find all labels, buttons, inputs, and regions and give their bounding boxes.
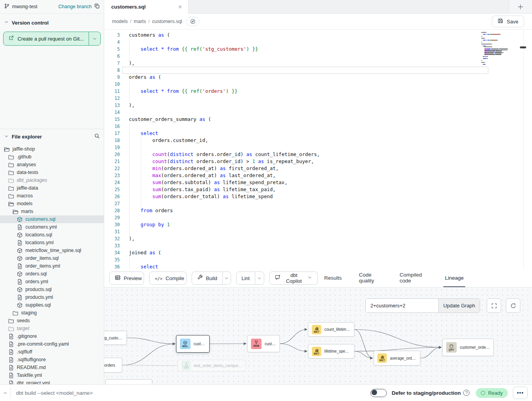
tree-item-products.yml[interactable]: products.yml	[0, 293, 104, 301]
code-line-11[interactable]: 11 select * from {{ ref('orders') }}	[104, 88, 489, 95]
search-icon[interactable]	[94, 133, 100, 140]
tree-item-.gitignore[interactable]: .gitignore	[0, 332, 104, 340]
build-dropdown[interactable]	[222, 272, 231, 284]
lineage-panel[interactable]: MDLstg_customersMDLordersMDLcustomersTST…	[104, 287, 532, 384]
code-line-27[interactable]: 27	[104, 200, 489, 207]
scrollbar-thumb[interactable]	[520, 46, 526, 48]
version-control-header[interactable]: Version control	[0, 14, 104, 29]
tree-item-jaffle-data[interactable]: jaffle-data	[0, 184, 104, 192]
save-button[interactable]: Save	[492, 16, 524, 27]
code-line-15[interactable]: 15customer_orders_summary as (	[104, 116, 489, 123]
create-pr-dropdown[interactable]	[89, 32, 100, 45]
tree-item-seeds[interactable]: seeds	[0, 317, 104, 325]
tree-item-metricflow_time_spine.sql[interactable]: metricflow_time_spine.sql	[0, 247, 104, 254]
tree-item-data-tests[interactable]: data-tests	[0, 169, 104, 176]
code-line-25[interactable]: 25 sum(orders.tax_paid) as lifetime_tax_…	[104, 186, 489, 193]
code-line-28[interactable]: 28 from orders	[104, 207, 489, 214]
fullscreen-icon[interactable]	[487, 298, 501, 313]
breadcrumb-models[interactable]: models	[112, 19, 128, 24]
lineage-node-customer_order_metrics[interactable]: QRYcustomer_order_metrics	[442, 339, 494, 356]
code-line-4[interactable]: 4	[104, 39, 489, 46]
tree-item-customers.sql[interactable]: customers.sql	[0, 215, 104, 223]
expand-command-icon[interactable]	[0, 390, 10, 396]
defer-toggle[interactable]	[370, 389, 387, 397]
code-line-26[interactable]: 26 sum(orders.order_total) as lifetime_s…	[104, 193, 489, 200]
create-pr-button[interactable]: Create a pull request on Git...	[3, 32, 101, 46]
code-line-24[interactable]: 24 sum(orders.subtotal) as lifetime_spen…	[104, 179, 489, 186]
tree-item-locations.sql[interactable]: locations.sql	[0, 231, 104, 239]
tree-item-.sqlfluffignore[interactable]: .sqlfluffignore	[0, 356, 104, 364]
new-tab-button[interactable]	[509, 0, 532, 13]
code-line-16[interactable]: 16	[104, 123, 489, 130]
breadcrumb-customers.sql[interactable]: customers.sql	[152, 19, 182, 24]
lint-button[interactable]: Lint	[236, 271, 265, 285]
chevron-down-icon[interactable]	[4, 133, 9, 140]
compass-icon[interactable]	[186, 17, 199, 26]
code-line-31[interactable]: 31	[104, 228, 489, 235]
breadcrumb-marts[interactable]: marts	[134, 19, 146, 24]
code-editor[interactable]: 23customers as (45 select * from {{ ref(…	[104, 30, 532, 269]
copy-icon[interactable]	[94, 3, 100, 11]
code-line-21[interactable]: 21 count(distinct orders.order_id) > 1 a…	[104, 158, 489, 165]
code-line-17[interactable]: 17 select	[104, 130, 489, 137]
code-line-33[interactable]: 33	[104, 242, 489, 249]
panel-tab-lineage[interactable]: Lineage	[443, 269, 465, 287]
code-line-3[interactable]: 3customers as (	[104, 32, 489, 39]
lineage-node-lifetime_spend_pretax[interactable]: METlifetime_spend_pretax	[308, 344, 354, 358]
editor-scrollbar[interactable]	[523, 30, 527, 269]
tree-item-dbt_project.yml[interactable]: dbt_project.yml	[0, 379, 104, 384]
code-line-7[interactable]: 7),	[104, 60, 489, 67]
code-line-29[interactable]: 29	[104, 214, 489, 221]
code-line-5[interactable]: 5 select * from {{ ref('stg_customers') …	[104, 46, 489, 53]
update-graph-button[interactable]: Update Graph	[438, 299, 480, 312]
tree-item-order_items.yml[interactable]: order_items.yml	[0, 262, 104, 270]
compile-button[interactable]: </>Compile	[149, 271, 186, 285]
code-line-36[interactable]: 36 select	[104, 263, 489, 269]
tree-item-jaffle-shop[interactable]: jaffle-shop	[0, 145, 104, 153]
panel-tab-results[interactable]: Results	[323, 269, 343, 287]
code-line-32[interactable]: 32),	[104, 235, 489, 242]
tree-item-Taskfile.yml[interactable]: Taskfile.yml	[0, 371, 104, 379]
lineage-node-partial_node[interactable]	[105, 379, 152, 384]
code-line-22[interactable]: 22 min(orders.ordered_at) as first_order…	[104, 165, 489, 172]
lineage-node-test_order_items[interactable]: TSTtest_order_items_compute_to_bools...	[178, 360, 246, 371]
lineage-node-stg_customers[interactable]: MDLstg_customers	[104, 331, 127, 345]
lineage-node-count_lifetime_orders[interactable]: METcount_lifetime_orders	[308, 322, 354, 337]
command-input[interactable]	[11, 390, 370, 396]
panel-tab-code-quality[interactable]: Code quality	[358, 269, 384, 287]
tree-item-README.md[interactable]: README.md	[0, 364, 104, 371]
lineage-node-customers_sem[interactable]: SEMcustomers	[247, 335, 280, 352]
tree-item-.github[interactable]: .github	[0, 153, 104, 161]
build-button[interactable]: Build	[192, 271, 231, 285]
tree-item-models[interactable]: models	[0, 200, 104, 208]
code-line-10[interactable]: 10	[104, 81, 489, 88]
tree-item-orders.yml[interactable]: orders.yml	[0, 278, 104, 286]
lineage-node-customers[interactable]: MDLcustomers	[176, 335, 210, 353]
tree-item-customers.yml[interactable]: customers.yml	[0, 223, 104, 231]
change-branch-link[interactable]: Change branch	[59, 4, 92, 9]
tree-item-dbt_packages[interactable]: dbt_packages	[0, 176, 104, 184]
code-line-13[interactable]: 13),	[104, 102, 489, 109]
code-line-8[interactable]: 8	[104, 67, 489, 74]
code-line-30[interactable]: 30 group by 1	[104, 221, 489, 228]
preview-button[interactable]: Preview	[109, 271, 144, 285]
tab-customers-sql[interactable]: customers.sql	[104, 0, 189, 14]
more-options-button[interactable]: •••	[513, 387, 528, 399]
tree-item-staging[interactable]: staging	[0, 309, 104, 317]
tree-item-supplies.sql[interactable]: supplies.sql	[0, 301, 104, 309]
code-line-12[interactable]: 12	[104, 95, 489, 102]
code-line-6[interactable]: 6	[104, 53, 489, 60]
tree-item-products.sql[interactable]: products.sql	[0, 286, 104, 293]
tree-item-analyses[interactable]: analyses	[0, 161, 104, 169]
lineage-node-orders[interactable]: MDLorders	[104, 358, 122, 373]
tree-item-order_items.sql[interactable]: order_items.sql	[0, 254, 104, 262]
tree-item-target[interactable]: target	[0, 325, 104, 332]
tree-item-macros[interactable]: macros	[0, 192, 104, 200]
panel-tab-compiled-code[interactable]: Compiled code	[398, 269, 429, 287]
code-line-18[interactable]: 18 orders.customer_id,	[104, 137, 489, 144]
lint-dropdown[interactable]	[255, 272, 264, 284]
tree-item-marts[interactable]: marts	[0, 208, 104, 215]
code-line-23[interactable]: 23 max(orders.ordered_at) as last_ordere…	[104, 172, 489, 179]
lineage-selector-input[interactable]	[366, 299, 438, 312]
refresh-icon[interactable]	[506, 298, 520, 313]
